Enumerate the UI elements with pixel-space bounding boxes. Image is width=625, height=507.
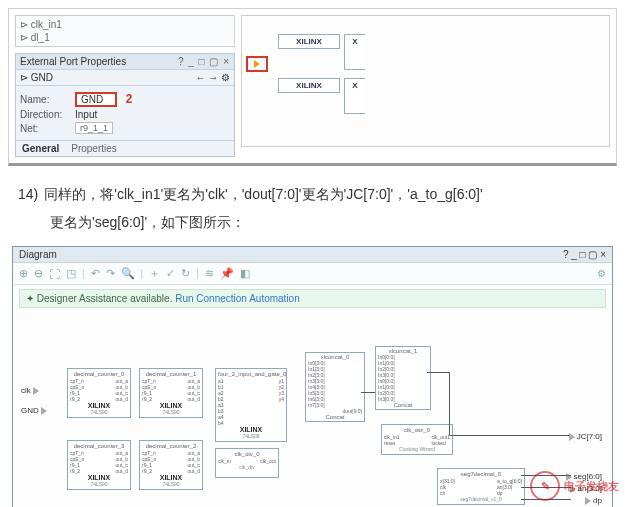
watermark-logo-icon: ✎ bbox=[530, 471, 560, 501]
regenerate-icon[interactable]: ↻ bbox=[181, 267, 190, 280]
gear-icon[interactable]: ⚙ bbox=[597, 268, 606, 279]
undo-icon[interactable]: ↶ bbox=[91, 267, 100, 280]
route-icon[interactable]: ≋ bbox=[205, 267, 214, 280]
callout-badge-2: 2 bbox=[126, 92, 133, 106]
selected-port-icon[interactable] bbox=[246, 56, 268, 72]
top-mini-diagram: XILINX XILINX X X bbox=[241, 15, 610, 147]
zoom-out-icon[interactable]: ⊖ bbox=[34, 267, 43, 280]
top-left-panel: ⊳ clk_in1 ⊳ dl_1 External Port Propertie… bbox=[15, 15, 235, 157]
block-xlconcat-0[interactable]: xlconcat_0 In0[3:0] In1[3:0] In2[3:0] In… bbox=[305, 352, 365, 422]
diagram-toolbar: ⊕ ⊖ ⛶ ◳ | ↶ ↷ 🔍 | ＋ ✓ ↻ | ≋ 📌 ◧ ⚙ bbox=[13, 263, 612, 285]
top-section: ⊳ clk_in1 ⊳ dl_1 External Port Propertie… bbox=[8, 8, 617, 166]
zoom-area-icon[interactable]: ◳ bbox=[66, 267, 76, 280]
port-indicator: ⊳ GND bbox=[20, 72, 53, 83]
diagram-panel: Diagram ? _ □ ▢ × ⊕ ⊖ ⛶ ◳ | ↶ ↷ 🔍 | ＋ ✓ … bbox=[12, 246, 613, 507]
block-clk-div[interactable]: clk_div_0 clk_inclk_out clk_div bbox=[215, 448, 279, 478]
block-decimal-counter-2[interactable]: decimal_counter_2 cpT_ncpE_nr9_1r9_2out_… bbox=[139, 440, 203, 490]
xilinx-block[interactable]: XILINX bbox=[278, 78, 340, 93]
signal-item[interactable]: ⊳ clk_in1 bbox=[20, 18, 230, 31]
zoom-in-icon[interactable]: ⊕ bbox=[19, 267, 28, 280]
port-clk[interactable]: clk bbox=[21, 386, 39, 395]
fit-icon[interactable]: ⛶ bbox=[49, 268, 60, 280]
name-field[interactable]: GND bbox=[75, 92, 117, 107]
port-jc[interactable]: JC[7:0] bbox=[569, 432, 602, 441]
diagram-canvas[interactable]: clk GND decimal_counter_0 cpT_ncpE_nr9_1… bbox=[17, 312, 608, 507]
signal-list: ⊳ clk_in1 ⊳ dl_1 bbox=[15, 15, 235, 47]
block-seg7decimal[interactable]: seg7decimal_0 x[31:0]clkclr a_to_g[6:0]a… bbox=[437, 468, 525, 505]
run-connection-automation-link[interactable]: Run Connection Automation bbox=[175, 293, 300, 304]
external-port-properties-panel: External Port Properties ? _ □ ▢ × ⊳ GND… bbox=[15, 53, 235, 157]
port-gnd[interactable]: GND bbox=[21, 406, 47, 415]
direction-value: Input bbox=[75, 109, 230, 120]
window-controls[interactable]: ? _ □ ▢ × bbox=[178, 56, 230, 67]
net-value[interactable]: r9_1_1 bbox=[75, 122, 113, 134]
step-number: 14) bbox=[18, 186, 38, 202]
nav-arrows[interactable]: ← → ⚙ bbox=[195, 72, 230, 83]
redo-icon[interactable]: ↷ bbox=[106, 267, 115, 280]
net-label: Net: bbox=[20, 123, 75, 134]
validate-icon[interactable]: ✓ bbox=[166, 267, 175, 280]
tab-properties[interactable]: Properties bbox=[65, 141, 123, 156]
tab-general[interactable]: General bbox=[16, 141, 65, 156]
watermark: ✎ 电子发烧友 bbox=[530, 471, 619, 501]
name-label: Name: bbox=[20, 94, 75, 105]
window-controls[interactable]: ? _ □ ▢ × bbox=[563, 249, 606, 260]
block-decimal-counter-3[interactable]: decimal_counter_3 cpT_ncpE_nr9_1r9_2out_… bbox=[67, 440, 131, 490]
signal-item[interactable]: ⊳ dl_1 bbox=[20, 31, 230, 44]
watermark-text: 电子发烧友 bbox=[564, 479, 619, 494]
search-icon[interactable]: 🔍 bbox=[121, 267, 135, 280]
add-ip-icon[interactable]: ＋ bbox=[149, 266, 160, 281]
expand-icon[interactable]: ◧ bbox=[240, 267, 250, 280]
block-xlconcat-1[interactable]: xlconcat_1 In0[0:0] In1[0:0] In2[0:0] In… bbox=[375, 346, 431, 410]
block-and-gate[interactable]: four_2_input_and_gate_0 a1b1a2b2a3b3a4b4… bbox=[215, 368, 287, 442]
step-14-text: 14)同样的，将'clk_in1'更名为'clk'，'dout[7:0]'更名为… bbox=[18, 180, 607, 236]
direction-label: Direction: bbox=[20, 109, 75, 120]
pin-icon[interactable]: 📌 bbox=[220, 267, 234, 280]
block-decimal-counter-0[interactable]: decimal_counter_0 cpT_ncpE_nr9_1r9_2out_… bbox=[67, 368, 131, 418]
xilinx-block-partial: X bbox=[344, 34, 365, 70]
designer-assistance-bar: ✦ Designer Assistance available. Run Con… bbox=[19, 289, 606, 308]
xilinx-block[interactable]: XILINX bbox=[278, 34, 340, 49]
diagram-title: Diagram bbox=[19, 249, 57, 260]
block-clk-wiz[interactable]: clk_wiz_0 clk_in1resetclk_out1locked Clo… bbox=[381, 424, 453, 455]
panel-title: External Port Properties bbox=[20, 56, 126, 67]
xilinx-block-partial: X bbox=[344, 78, 365, 114]
block-decimal-counter-1[interactable]: decimal_counter_1 cpT_ncpE_nr9_1r9_2out_… bbox=[139, 368, 203, 418]
